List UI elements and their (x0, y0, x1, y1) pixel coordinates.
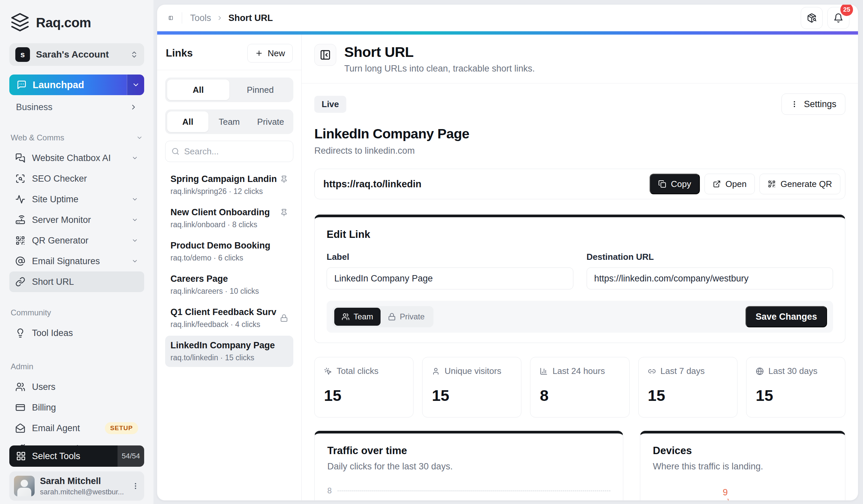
list-item[interactable]: Product Demo Booking raq.to/demo · 6 cli… (165, 236, 293, 267)
launchpad-main[interactable]: Launchpad (9, 75, 127, 95)
copy-icon (658, 180, 666, 188)
visibility-team-option[interactable]: Team (334, 308, 380, 326)
business-label: Business (16, 102, 53, 113)
notifications-button[interactable]: 25 (827, 7, 849, 29)
list-item[interactable]: New Client Onboarding raq.link/onboard ·… (165, 203, 293, 234)
layout-grid-icon (16, 451, 26, 461)
list-item-selected[interactable]: LinkedIn Company Page raq.to/linkedin · … (165, 336, 293, 367)
router-icon (15, 215, 25, 225)
notification-count-badge: 25 (840, 4, 853, 16)
status-row: Live Settings (314, 93, 845, 115)
user-card[interactable]: Sarah Mitchell sarah.mitchell@westbur... (9, 471, 144, 501)
sidebar-item-seo-checker[interactable]: SEO Checker (9, 168, 144, 189)
generate-qr-button[interactable]: Generate QR (760, 174, 840, 194)
tab-all[interactable]: All (167, 79, 229, 100)
filter-tabs: All Pinned (165, 78, 293, 102)
chevron-down-icon (132, 237, 138, 244)
avatar (14, 476, 35, 496)
sidebar-item-tool-ideas[interactable]: Tool Ideas (9, 323, 144, 343)
destination-url-field[interactable] (587, 268, 833, 289)
breadcrumb-parent[interactable]: Tools (190, 13, 211, 23)
users-icon (15, 382, 25, 392)
sidebar-item-users[interactable]: Users (9, 377, 144, 397)
breadcrumb: Tools Short URL (190, 13, 273, 23)
status-badge: Live (314, 96, 346, 113)
tools-count-badge: 54/54 (117, 445, 144, 467)
qr-code-icon (768, 180, 776, 188)
topbar: Tools Short URL 25 (157, 5, 858, 31)
save-changes-button[interactable]: Save Changes (746, 306, 827, 327)
new-link-button[interactable]: New (247, 44, 293, 63)
links-panel: Links New All Pinned All Team (157, 35, 302, 500)
label-field[interactable] (327, 268, 573, 289)
users-icon (342, 313, 350, 321)
brand-name: Raq.com (36, 15, 91, 30)
chevron-down-icon (132, 217, 138, 223)
visibility-private-option[interactable]: Private (380, 308, 432, 326)
tab-scope-private[interactable]: Private (250, 112, 291, 132)
sidebar-item-billing[interactable]: Billing (9, 397, 144, 418)
panel-left-toggle-icon[interactable] (166, 13, 176, 23)
chevron-down-icon (132, 155, 138, 161)
sidebar-item-email-agent[interactable]: Email Agent SETUP (9, 418, 144, 438)
content: Short URL Turn long URLs into clean, tra… (302, 35, 858, 500)
ellipsis-vertical-icon[interactable] (132, 482, 139, 490)
list-item[interactable]: Careers Page raq.link/careers · 10 click… (165, 269, 293, 300)
stat-value: 8 (540, 386, 620, 404)
sidebar-bottom: Select Tools 54/54 Sarah Mitchell sarah.… (9, 445, 144, 501)
launchpad-button[interactable]: Launchpad (9, 75, 144, 95)
tab-scope-all[interactable]: All (167, 112, 209, 132)
link-icon (15, 277, 25, 287)
main-card: Tools Short URL 25 (157, 4, 858, 501)
chart-column-icon (540, 367, 548, 375)
y-axis-tick: 8 (327, 486, 332, 495)
sidebar-item-email-signatures[interactable]: Email Signatures (9, 251, 144, 271)
section-admin: Admin (9, 362, 144, 371)
sidebar-item-short-url[interactable]: Short URL (9, 271, 144, 292)
launchpad-label: Launchpad (33, 79, 84, 90)
account-switcher[interactable]: s Sarah's Account (9, 43, 144, 66)
short-url-bar: https://raq.to/linkedin Copy (314, 169, 845, 199)
sidebar-item-qr-generator[interactable]: QR Generator (9, 230, 144, 251)
qr-code-icon (15, 235, 25, 246)
sidebar-item-website-chatbox-ai[interactable]: Website Chatbox AI (9, 148, 144, 168)
stat-card-last-30-days: Last 30 days 15 (746, 357, 845, 417)
stats-row: Total clicks 15 Unique visitors 15 (314, 357, 845, 417)
setup-badge: SETUP (105, 422, 138, 434)
edit-link-title: Edit Link (327, 229, 833, 241)
tab-scope-team[interactable]: Team (209, 112, 250, 132)
charts-row: Traffic over time Daily clicks for the l… (314, 431, 845, 501)
copy-button[interactable]: Copy (650, 174, 700, 194)
chat-icon (15, 153, 25, 163)
search-input[interactable] (184, 146, 296, 157)
stat-card-total-clicks: Total clicks 15 (314, 357, 414, 417)
package-search-button[interactable] (801, 7, 823, 29)
devices-card: Devices Where this traffic is landing. 9 (640, 431, 845, 501)
stat-value: 15 (324, 386, 404, 404)
search-icon (172, 147, 179, 155)
launchpad-expand-button[interactable] (127, 75, 144, 95)
chevron-down-icon (132, 81, 140, 89)
links-panel-title: Links (166, 47, 193, 59)
select-tools-main[interactable]: Select Tools (9, 445, 117, 467)
sidebar-item-site-uptime[interactable]: Site Uptime (9, 189, 144, 210)
settings-button[interactable]: Settings (781, 93, 845, 115)
tool-header: Short URL Turn long URLs into clean, tra… (314, 44, 845, 74)
list-item[interactable]: Q1 Client Feedback Survey raq.link/feedb… (165, 302, 293, 334)
label-field-label: Label (327, 252, 573, 262)
chevron-down-icon (136, 134, 143, 141)
web-comms-nav: Website Chatbox AI SEO Checker Site Upti… (9, 148, 144, 292)
sidebar-item-business[interactable]: Business (9, 100, 144, 114)
message-bubble-icon (17, 80, 27, 90)
select-tools-button[interactable]: Select Tools 54/54 (9, 445, 144, 467)
search-box[interactable] (165, 141, 293, 162)
layers-logo-icon (9, 12, 30, 33)
pie-data-label: 9 (723, 487, 728, 498)
open-button[interactable]: Open (704, 174, 755, 194)
sidebar-item-server-monitor[interactable]: Server Monitor (9, 210, 144, 230)
section-web-comms[interactable]: Web & Comms (9, 133, 144, 142)
tab-pinned[interactable]: Pinned (229, 79, 292, 100)
mail-icon (15, 423, 25, 433)
list-item[interactable]: Spring Campaign Landing P... raq.link/sp… (165, 169, 293, 201)
account-name: Sarah's Account (36, 49, 124, 60)
